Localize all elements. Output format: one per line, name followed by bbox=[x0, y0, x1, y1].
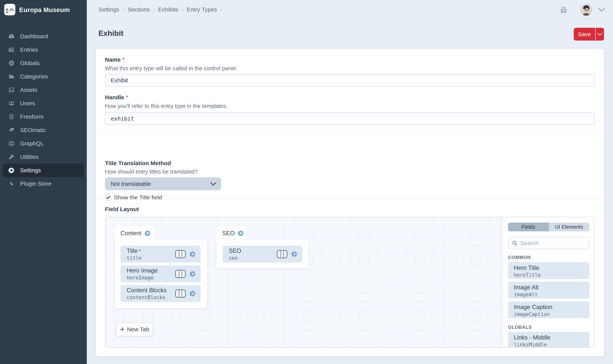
field-pill-content-blocks[interactable]: Content Blocks contentBlocks bbox=[121, 285, 201, 302]
column-width-icon[interactable] bbox=[175, 269, 186, 279]
breadcrumb-settings[interactable]: Settings bbox=[98, 6, 119, 13]
breadcrumb-separator: › bbox=[123, 6, 124, 13]
sidebar-item-dashboard[interactable]: Dashboard bbox=[3, 30, 84, 43]
library-field-links-middle[interactable]: Links - Middle linksMiddle bbox=[508, 332, 589, 348]
field-pill-text: SEO seo bbox=[229, 247, 277, 261]
site-name[interactable]: Europa Museum bbox=[19, 0, 70, 20]
field-handle: title bbox=[127, 255, 175, 261]
field-handle: imageAlt bbox=[514, 292, 589, 297]
library-field-image-caption[interactable]: Image Caption imageCaption bbox=[508, 301, 589, 318]
field-pill-icons bbox=[277, 249, 298, 259]
show-title-field-row[interactable]: Show the Title field bbox=[105, 194, 162, 201]
new-tab-button[interactable]: New Tab bbox=[116, 322, 153, 336]
wrench-icon bbox=[8, 154, 15, 160]
show-title-label: Show the Title field bbox=[114, 194, 162, 201]
breadcrumb-sections[interactable]: Sections bbox=[128, 6, 150, 13]
plug-icon bbox=[8, 181, 15, 187]
tab-content[interactable]: Content bbox=[115, 226, 154, 240]
field-pill-title[interactable]: Title* title bbox=[121, 246, 201, 262]
sidebar-item-utilities[interactable]: Utilities bbox=[3, 150, 84, 164]
field-settings-gear-icon[interactable] bbox=[190, 251, 196, 257]
name-input[interactable] bbox=[105, 74, 595, 87]
column-width-icon[interactable] bbox=[175, 289, 186, 298]
breadcrumb-entry-types[interactable]: Entry Types bbox=[187, 6, 217, 13]
divider bbox=[96, 199, 604, 200]
sidebar-item-seomatic[interactable]: SEO SEOmatic bbox=[3, 123, 84, 137]
newspaper-icon bbox=[8, 47, 15, 53]
chevron-down-icon[interactable] bbox=[599, 8, 605, 12]
sidebar-item-assets[interactable]: Assets bbox=[3, 83, 84, 97]
sidebar-item-graphql[interactable]: GraphQL bbox=[3, 137, 84, 150]
sidebar-item-label: Utilities bbox=[20, 154, 39, 160]
chevron-down-icon bbox=[210, 182, 216, 186]
field-handle: seo bbox=[229, 255, 277, 261]
avatar-photo bbox=[580, 3, 592, 16]
users-icon bbox=[8, 100, 15, 107]
field-pill-seo[interactable]: SEO seo bbox=[223, 246, 302, 262]
field-settings-gear-icon[interactable] bbox=[291, 251, 298, 257]
page-title: Exhibit bbox=[98, 29, 123, 38]
tab-name: Content bbox=[121, 230, 141, 237]
gear-icon bbox=[8, 167, 15, 174]
translation-method-select[interactable]: Not translatable bbox=[105, 177, 221, 190]
save-button[interactable]: Save bbox=[574, 28, 595, 40]
avatar[interactable] bbox=[580, 3, 592, 16]
name-label: Name* bbox=[105, 56, 124, 63]
tab-seo[interactable]: SEO bbox=[217, 226, 246, 240]
sidebar-item-users[interactable]: Users bbox=[3, 97, 84, 110]
breadcrumb-separator: › bbox=[153, 6, 155, 13]
field-settings-gear-icon[interactable] bbox=[190, 290, 196, 297]
divider bbox=[96, 134, 604, 135]
folder-icon bbox=[8, 73, 15, 80]
handle-instructions: How you'll refer to this entry type in t… bbox=[105, 103, 228, 109]
field-handle: contentBlocks bbox=[127, 295, 175, 300]
column-width-icon[interactable] bbox=[175, 249, 186, 259]
field-pill-hero-image[interactable]: Hero Image heroImage bbox=[121, 265, 201, 282]
translation-method-instructions: How should entry titles be translated? bbox=[105, 169, 198, 175]
save-menu-button[interactable] bbox=[595, 28, 604, 40]
field-handle: linksMiddle bbox=[514, 342, 589, 348]
field-layout-workspace: Content Title* title Hero Image bbox=[106, 217, 502, 348]
library-field-image-alt[interactable]: Image Alt imageAlt bbox=[508, 282, 589, 299]
sidebar-header: e.m Europa Museum bbox=[0, 0, 87, 20]
sidebar-item-entries[interactable]: Entries bbox=[3, 43, 84, 56]
sidebar-item-label: Categories bbox=[20, 73, 48, 80]
breadcrumb-exhibits[interactable]: Exhibits bbox=[158, 6, 178, 13]
handle-input[interactable] bbox=[105, 112, 595, 125]
tab-name: SEO bbox=[222, 230, 235, 237]
required-asterisk: * bbox=[126, 94, 128, 100]
sidebar: e.m Europa Museum Dashboard Entries Glob… bbox=[0, 0, 87, 364]
clipboard-icon bbox=[8, 114, 15, 120]
search-icon bbox=[512, 240, 518, 246]
tag-icon: SEO bbox=[8, 127, 15, 133]
show-title-checkbox[interactable] bbox=[105, 195, 111, 201]
library-search[interactable] bbox=[508, 237, 589, 249]
sidebar-item-label: GraphQL bbox=[20, 140, 44, 147]
tab-settings-gear-icon[interactable] bbox=[238, 230, 244, 236]
library-search-input[interactable] bbox=[520, 240, 586, 246]
tab-settings-gear-icon[interactable] bbox=[144, 230, 151, 236]
sidebar-item-plugin-store[interactable]: Plugin Store bbox=[3, 177, 84, 190]
field-pill-text: Content Blocks contentBlocks bbox=[127, 287, 175, 300]
sidebar-item-label: Plugin Store bbox=[20, 181, 51, 187]
field-settings-gear-icon[interactable] bbox=[190, 271, 196, 277]
gift-icon[interactable] bbox=[559, 5, 568, 14]
handle-label: Handle* bbox=[105, 94, 128, 101]
library-field-hero-title[interactable]: Hero Title heroTitle bbox=[508, 262, 589, 279]
sidebar-item-freeform[interactable]: Freeform bbox=[3, 110, 84, 123]
sidebar-item-label: Entries bbox=[20, 47, 38, 53]
sidebar-item-settings[interactable]: Settings bbox=[3, 164, 84, 177]
sidebar-item-label: Settings bbox=[20, 167, 41, 174]
library-tab-ui-elements[interactable]: UI Elements bbox=[549, 222, 590, 231]
column-width-icon[interactable] bbox=[277, 249, 288, 259]
sidebar-item-categories[interactable]: Categories bbox=[3, 70, 84, 83]
required-asterisk: * bbox=[139, 248, 141, 254]
graphql-icon bbox=[8, 140, 15, 147]
library-tab-fields[interactable]: Fields bbox=[508, 222, 549, 231]
site-logo[interactable]: e.m bbox=[4, 4, 15, 15]
select-value: Not translatable bbox=[111, 181, 151, 187]
breadcrumb-separator: › bbox=[182, 6, 184, 13]
sidebar-item-globals[interactable]: Globals bbox=[3, 56, 84, 70]
plus-icon bbox=[120, 327, 125, 332]
name-instructions: What this entry type will be called in t… bbox=[105, 65, 237, 72]
